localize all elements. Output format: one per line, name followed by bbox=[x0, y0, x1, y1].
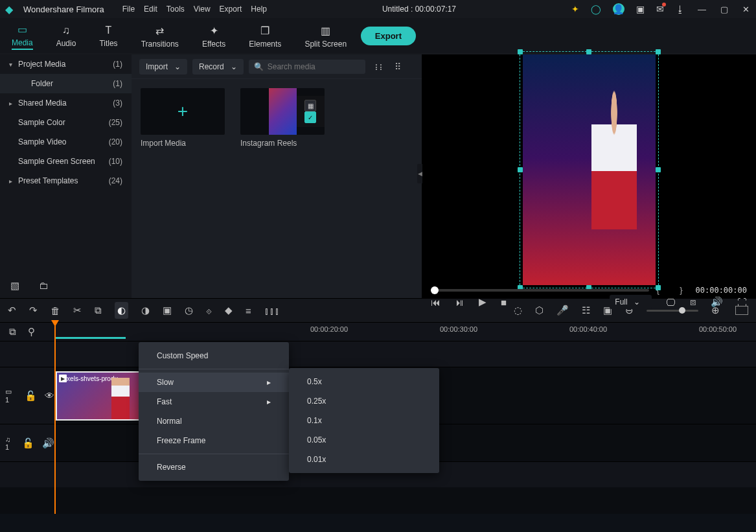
track-head: ♫ 1 🔓 🔊 bbox=[0, 424, 54, 461]
resize-handle[interactable] bbox=[518, 49, 523, 54]
menu-normal[interactable]: Normal bbox=[139, 411, 289, 431]
notification-icon[interactable]: ✉ bbox=[656, 4, 664, 14]
menu-freeze-frame[interactable]: Freeze Frame bbox=[139, 431, 289, 450]
menu-file[interactable]: File bbox=[122, 5, 135, 14]
slow-option[interactable]: 0.05x bbox=[289, 430, 439, 450]
zoom-knob[interactable] bbox=[679, 307, 685, 314]
preview-frame[interactable] bbox=[523, 54, 656, 285]
account-icon[interactable]: 👤 bbox=[613, 3, 624, 15]
scrub-handle[interactable] bbox=[431, 286, 439, 294]
export-button[interactable]: Export bbox=[361, 27, 416, 45]
slow-option[interactable]: 0.25x bbox=[289, 391, 439, 411]
support-icon[interactable]: ◯ bbox=[591, 4, 601, 14]
render-icon[interactable]: ◌ bbox=[514, 305, 522, 316]
search-box[interactable]: 🔍 bbox=[249, 60, 365, 74]
menu-fast[interactable]: Fast▸ bbox=[139, 392, 289, 411]
filter-icon[interactable]: ⫶⫶ bbox=[371, 62, 386, 72]
slow-option[interactable]: 0.5x bbox=[289, 372, 439, 391]
color-icon[interactable]: ◑ bbox=[141, 305, 150, 316]
menu-slow[interactable]: Slow▸ bbox=[139, 373, 289, 392]
crop-icon[interactable]: ⧉ bbox=[95, 305, 102, 316]
grid-view-icon[interactable]: ⠿ bbox=[391, 62, 404, 72]
menu-tools[interactable]: Tools bbox=[166, 5, 185, 14]
menu-reverse[interactable]: Reverse bbox=[139, 457, 289, 477]
zoom-fit-icon[interactable] bbox=[735, 306, 748, 315]
voiceover-icon[interactable]: 🎤 bbox=[556, 305, 569, 316]
tab-media[interactable]: ▭Media bbox=[0, 18, 45, 54]
timer-icon[interactable]: ◷ bbox=[185, 305, 193, 316]
play-icon[interactable]: ▶ bbox=[479, 296, 487, 308]
audio-icon: ♫ bbox=[62, 25, 70, 36]
zoom-slider[interactable] bbox=[647, 310, 698, 312]
tab-effects[interactable]: ✦Effects bbox=[190, 18, 237, 54]
display-icon[interactable]: 🖵 bbox=[666, 297, 676, 308]
mixer-icon[interactable]: ☷ bbox=[582, 305, 590, 316]
tips-icon[interactable]: ✦ bbox=[571, 4, 579, 14]
scrub-track[interactable] bbox=[431, 289, 649, 292]
close-button[interactable]: ✕ bbox=[741, 5, 751, 14]
sidebar-item[interactable]: Folder(1) bbox=[0, 74, 132, 93]
resize-handle[interactable] bbox=[586, 49, 591, 54]
adjust-icon[interactable]: ≡ bbox=[246, 305, 251, 316]
menu-edit[interactable]: Edit bbox=[144, 5, 157, 14]
undo-icon[interactable]: ↶ bbox=[8, 305, 16, 316]
track-options-icon[interactable]: ⧉ bbox=[9, 326, 16, 338]
marker-icon[interactable]: ⬡ bbox=[535, 305, 544, 316]
sidebar-item[interactable]: Sample Video(20) bbox=[0, 132, 132, 152]
eye-icon[interactable]: 👁 bbox=[45, 390, 54, 401]
link-icon[interactable]: ⚲ bbox=[28, 326, 35, 338]
record-dropdown[interactable]: Record⌄ bbox=[192, 59, 244, 75]
resize-handle[interactable] bbox=[656, 49, 661, 54]
keyframe-icon[interactable]: ◆ bbox=[225, 305, 233, 316]
ruler-track[interactable]: 00:00:20:00 00:00:30:00 00:00:40:00 00:0… bbox=[54, 323, 756, 341]
download-icon[interactable]: ⭳ bbox=[676, 4, 685, 14]
resize-handle[interactable] bbox=[518, 167, 523, 172]
step-back-icon[interactable]: ⏯ bbox=[455, 297, 464, 308]
new-folder-icon[interactable]: 🗀 bbox=[39, 280, 49, 292]
slow-option[interactable]: 0.1x bbox=[289, 411, 439, 430]
preview-canvas[interactable] bbox=[422, 54, 756, 285]
menu-custom-speed[interactable]: Custom Speed bbox=[139, 346, 289, 365]
audio-wave-icon[interactable]: ⫿⫿⫿ bbox=[264, 305, 280, 316]
playhead[interactable] bbox=[54, 323, 56, 514]
sidebar-item[interactable]: Sample Color(25) bbox=[0, 113, 132, 132]
cut-icon[interactable]: ✂ bbox=[73, 305, 82, 316]
menu-export[interactable]: Export bbox=[220, 5, 242, 14]
prev-frame-icon[interactable]: ⏮ bbox=[431, 297, 441, 308]
maximize-button[interactable]: ▢ bbox=[719, 5, 729, 14]
sidebar-item[interactable]: ▸Preset Templates(24) bbox=[0, 171, 132, 191]
minimize-button[interactable]: — bbox=[696, 5, 707, 14]
tab-audio[interactable]: ♫Audio bbox=[45, 18, 88, 54]
tab-elements[interactable]: ❐Elements bbox=[237, 18, 293, 54]
lock-icon[interactable]: 🔓 bbox=[22, 437, 34, 449]
search-input[interactable] bbox=[268, 62, 360, 71]
focus-icon[interactable]: ⟐ bbox=[206, 305, 212, 316]
save-icon[interactable]: ▣ bbox=[636, 4, 645, 14]
menu-help[interactable]: Help bbox=[251, 5, 267, 14]
resize-handle[interactable] bbox=[656, 167, 661, 172]
quality-dropdown[interactable]: Full ⌄ bbox=[610, 295, 652, 309]
sidebar-item[interactable]: ▸Shared Media(3) bbox=[0, 93, 132, 113]
speaker-icon[interactable]: 🔊 bbox=[42, 437, 54, 449]
sidebar-item[interactable]: Sample Green Screen(10) bbox=[0, 152, 132, 171]
import-dropdown[interactable]: Import⌄ bbox=[139, 59, 187, 75]
stop-icon[interactable]: ■ bbox=[501, 297, 507, 308]
menu-view[interactable]: View bbox=[194, 5, 211, 14]
tab-transitions[interactable]: ⇄Transitions bbox=[130, 18, 190, 54]
slow-option[interactable]: 0.01x bbox=[289, 450, 439, 469]
speed-icon[interactable]: ◐ bbox=[115, 302, 128, 319]
tab-splitscreen[interactable]: ▥Split Screen bbox=[293, 18, 358, 54]
import-media-card[interactable]: + Import Media bbox=[141, 88, 231, 148]
new-bin-icon[interactable]: ▧ bbox=[10, 280, 19, 292]
zoom-in-icon[interactable]: ⊕ bbox=[711, 305, 720, 316]
reel-media-card[interactable]: ▦ ✓ Instagram Reels bbox=[240, 88, 331, 148]
resize-handle[interactable] bbox=[656, 285, 661, 290]
sidebar-item[interactable]: ▾Project Media(1) bbox=[0, 54, 132, 74]
delete-icon[interactable]: 🗑 bbox=[51, 305, 60, 316]
snapshot-icon[interactable]: ⧇ bbox=[690, 296, 696, 308]
redo-icon[interactable]: ↷ bbox=[29, 305, 38, 316]
tab-titles[interactable]: TTitles bbox=[87, 18, 129, 54]
transform-icon[interactable]: ▣ bbox=[163, 305, 172, 316]
video-clip[interactable]: ▶ pexels-shvets-produ bbox=[56, 371, 143, 421]
lock-icon[interactable]: 🔓 bbox=[25, 390, 37, 402]
